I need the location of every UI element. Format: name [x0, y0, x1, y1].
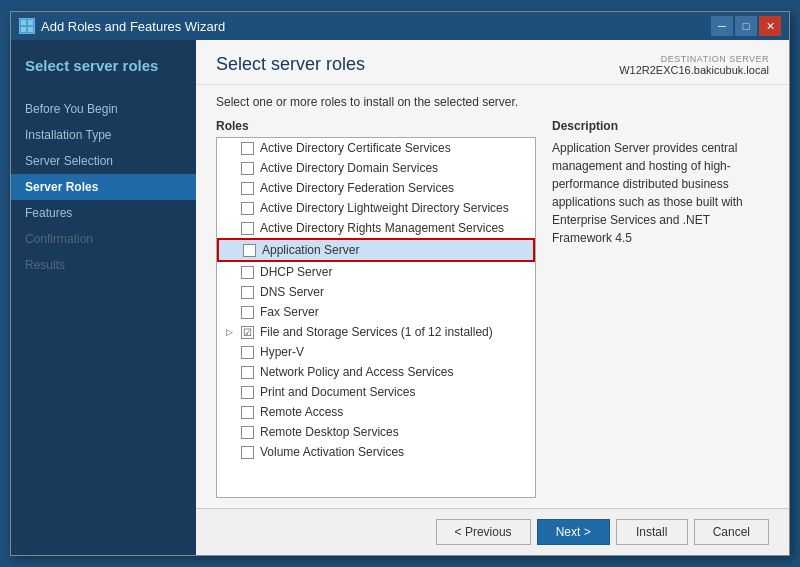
role-label-network-policy: Network Policy and Access Services	[260, 365, 453, 379]
title-bar: Add Roles and Features Wizard ─ □ ✕	[11, 12, 789, 40]
previous-button[interactable]: < Previous	[436, 519, 531, 545]
roles-list[interactable]: Active Directory Certificate ServicesAct…	[216, 137, 536, 498]
svg-rect-1	[28, 20, 33, 25]
window-title: Add Roles and Features Wizard	[41, 19, 225, 34]
checkbox-ad-domain[interactable]	[241, 162, 254, 175]
role-label-app-server: Application Server	[262, 243, 359, 257]
footer: < Previous Next > Install Cancel	[196, 508, 789, 555]
checkbox-remote-access[interactable]	[241, 406, 254, 419]
role-item-volume-activation[interactable]: Volume Activation Services	[217, 442, 535, 462]
checkbox-hyper-v[interactable]	[241, 346, 254, 359]
role-label-remote-access: Remote Access	[260, 405, 343, 419]
roles-list-container: Roles Active Directory Certificate Servi…	[216, 119, 536, 498]
sidebar-item-server-roles[interactable]: Server Roles	[11, 174, 196, 200]
role-label-ad-domain: Active Directory Domain Services	[260, 161, 438, 175]
destination-server-info: DESTINATION SERVER W12R2EXC16.bakicubuk.…	[619, 54, 769, 76]
content-area: Select one or more roles to install on t…	[196, 85, 789, 508]
next-button[interactable]: Next >	[537, 519, 610, 545]
role-item-remote-desktop[interactable]: Remote Desktop Services	[217, 422, 535, 442]
page-title: Select server roles	[216, 54, 365, 75]
role-item-fax[interactable]: Fax Server	[217, 302, 535, 322]
role-item-ad-cert[interactable]: Active Directory Certificate Services	[217, 138, 535, 158]
role-item-ad-lightweight[interactable]: Active Directory Lightweight Directory S…	[217, 198, 535, 218]
svg-rect-0	[21, 20, 26, 25]
sidebar-item-confirmation: Confirmation	[11, 226, 196, 252]
checkbox-ad-lightweight[interactable]	[241, 202, 254, 215]
role-item-hyper-v[interactable]: Hyper-V	[217, 342, 535, 362]
role-label-fax: Fax Server	[260, 305, 319, 319]
checkbox-dns[interactable]	[241, 286, 254, 299]
checkbox-ad-rights[interactable]	[241, 222, 254, 235]
wizard-body: Select server roles Before You BeginInst…	[11, 40, 789, 555]
expand-icon-file-storage: ▷	[223, 326, 235, 338]
checkbox-remote-desktop[interactable]	[241, 426, 254, 439]
instruction-text: Select one or more roles to install on t…	[216, 95, 769, 109]
role-label-hyper-v: Hyper-V	[260, 345, 304, 359]
checkbox-file-storage[interactable]: ☑	[241, 326, 254, 339]
checkbox-ad-cert[interactable]	[241, 142, 254, 155]
destination-label: DESTINATION SERVER	[619, 54, 769, 64]
checkbox-network-policy[interactable]	[241, 366, 254, 379]
role-item-dns[interactable]: DNS Server	[217, 282, 535, 302]
role-item-dhcp[interactable]: DHCP Server	[217, 262, 535, 282]
role-item-remote-access[interactable]: Remote Access	[217, 402, 535, 422]
minimize-button[interactable]: ─	[711, 16, 733, 36]
description-panel: Description Application Server provides …	[552, 119, 769, 498]
svg-rect-3	[28, 27, 33, 32]
role-item-network-policy[interactable]: Network Policy and Access Services	[217, 362, 535, 382]
role-item-ad-domain[interactable]: Active Directory Domain Services	[217, 158, 535, 178]
sidebar-item-features[interactable]: Features	[11, 200, 196, 226]
roles-label: Roles	[216, 119, 536, 133]
role-item-app-server[interactable]: Application Server	[217, 238, 535, 262]
role-label-remote-desktop: Remote Desktop Services	[260, 425, 399, 439]
role-label-volume-activation: Volume Activation Services	[260, 445, 404, 459]
role-label-ad-cert: Active Directory Certificate Services	[260, 141, 451, 155]
checkbox-print[interactable]	[241, 386, 254, 399]
role-item-ad-federation[interactable]: Active Directory Federation Services	[217, 178, 535, 198]
maximize-button[interactable]: □	[735, 16, 757, 36]
role-label-ad-rights: Active Directory Rights Management Servi…	[260, 221, 504, 235]
sidebar-item-server-selection[interactable]: Server Selection	[11, 148, 196, 174]
checkbox-app-server[interactable]	[243, 244, 256, 257]
sidebar-item-before-you-begin[interactable]: Before You Begin	[11, 96, 196, 122]
destination-name: W12R2EXC16.bakicubuk.local	[619, 64, 769, 76]
checkbox-fax[interactable]	[241, 306, 254, 319]
description-label: Description	[552, 119, 769, 133]
checkbox-dhcp[interactable]	[241, 266, 254, 279]
role-item-file-storage[interactable]: ▷☑File and Storage Services (1 of 12 ins…	[217, 322, 535, 342]
window-controls: ─ □ ✕	[711, 16, 781, 36]
sidebar-header: Select server roles	[11, 40, 196, 88]
sidebar-item-results: Results	[11, 252, 196, 278]
role-label-ad-federation: Active Directory Federation Services	[260, 181, 454, 195]
role-label-print: Print and Document Services	[260, 385, 415, 399]
sidebar-item-installation-type[interactable]: Installation Type	[11, 122, 196, 148]
role-item-ad-rights[interactable]: Active Directory Rights Management Servi…	[217, 218, 535, 238]
description-text: Application Server provides central mana…	[552, 139, 769, 247]
close-button[interactable]: ✕	[759, 16, 781, 36]
checkbox-volume-activation[interactable]	[241, 446, 254, 459]
cancel-button[interactable]: Cancel	[694, 519, 769, 545]
role-label-ad-lightweight: Active Directory Lightweight Directory S…	[260, 201, 509, 215]
role-label-dns: DNS Server	[260, 285, 324, 299]
title-bar-left: Add Roles and Features Wizard	[19, 18, 225, 34]
main-header: Select server roles DESTINATION SERVER W…	[196, 40, 789, 85]
role-item-print[interactable]: Print and Document Services	[217, 382, 535, 402]
checkbox-ad-federation[interactable]	[241, 182, 254, 195]
role-label-file-storage: File and Storage Services (1 of 12 insta…	[260, 325, 493, 339]
sidebar: Select server roles Before You BeginInst…	[11, 40, 196, 555]
sidebar-items: Before You BeginInstallation TypeServer …	[11, 96, 196, 278]
roles-panel: Roles Active Directory Certificate Servi…	[216, 119, 769, 498]
app-icon	[19, 18, 35, 34]
role-label-dhcp: DHCP Server	[260, 265, 332, 279]
main-content: Select server roles DESTINATION SERVER W…	[196, 40, 789, 555]
wizard-window: Add Roles and Features Wizard ─ □ ✕ Sele…	[10, 11, 790, 556]
svg-rect-2	[21, 27, 26, 32]
install-button[interactable]: Install	[616, 519, 688, 545]
